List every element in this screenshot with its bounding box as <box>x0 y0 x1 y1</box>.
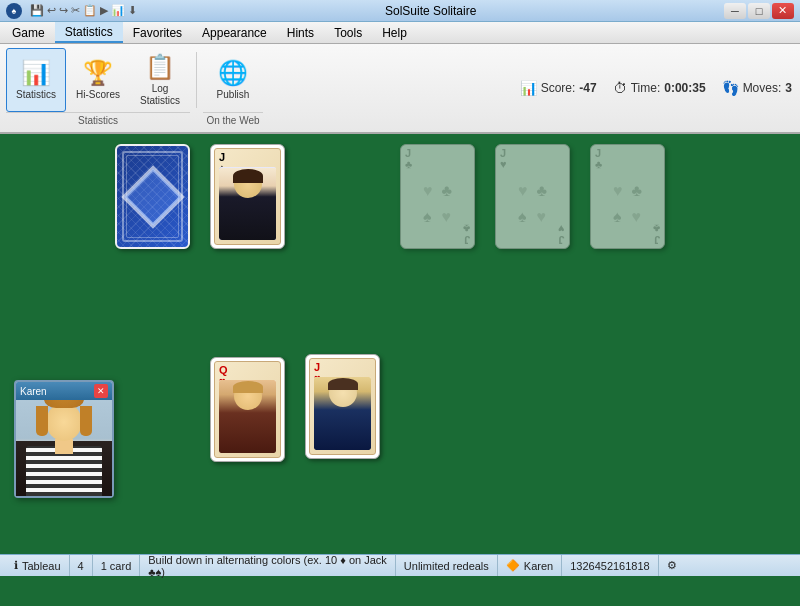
status-right-icon: ⚙ <box>667 559 677 572</box>
toolbar-btn-log-statistics[interactable]: 📋 Log Statistics <box>130 48 190 112</box>
avatar-title-bar: Karen ✕ <box>16 382 112 400</box>
menu-help[interactable]: Help <box>372 22 417 43</box>
status-number-value: 4 <box>78 560 84 572</box>
title-controls: ─ □ ✕ <box>724 3 794 19</box>
waste-card-q-hearts[interactable]: Q♥ Q♥ <box>210 357 285 462</box>
status-seed: 1326452161818 <box>562 555 659 576</box>
maximize-button[interactable]: □ <box>748 3 770 19</box>
moves-value: 3 <box>785 81 792 95</box>
toolbar-group-web: 🌐 Publish On the Web <box>203 48 263 128</box>
log-statistics-icon: 📋 <box>145 53 175 81</box>
moves-icon: 👣 <box>722 80 739 96</box>
hi-scores-label: Hi-Scores <box>76 89 120 101</box>
placeholder-3: J♣ J♣ ♥ ♣ ♠ ♥ <box>590 144 665 249</box>
score-value: -47 <box>579 81 596 95</box>
close-button[interactable]: ✕ <box>772 3 794 19</box>
status-card-count: 1 card <box>93 555 141 576</box>
hi-scores-icon: 🏆 <box>83 59 113 87</box>
avatar-window: Karen ✕ <box>14 380 114 498</box>
time-value: 0:00:35 <box>664 81 705 95</box>
col1-jack-hearts[interactable]: J♥ J♥ <box>305 354 380 459</box>
log-statistics-label: Log Statistics <box>140 83 180 107</box>
status-redeals-value: Unlimited redeals <box>404 560 489 572</box>
toolbar-btn-publish[interactable]: 🌐 Publish <box>203 48 263 112</box>
avatar-photo <box>16 400 112 496</box>
avatar-name: Karen <box>20 386 47 397</box>
time-label: Time: <box>631 81 661 95</box>
title-bar: ♠ 💾 ↩ ↪ ✂ 📋 ▶ 📊 ⬇ SolSuite Solitaire ─ □… <box>0 0 800 22</box>
status-player-icon: 🔶 <box>506 559 520 572</box>
status-mode-label: Tableau <box>22 560 61 572</box>
status-hint-text: Build down in alternating colors (ex. 10… <box>148 554 387 578</box>
toolbar-btn-hi-scores[interactable]: 🏆 Hi-Scores <box>68 48 128 112</box>
moves-label: Moves: <box>743 81 782 95</box>
avatar-close-button[interactable]: ✕ <box>94 384 108 398</box>
score-label: Score: <box>541 81 576 95</box>
menu-tools[interactable]: Tools <box>324 22 372 43</box>
title-text: SolSuite Solitaire <box>385 4 476 18</box>
menu-game[interactable]: Game <box>2 22 55 43</box>
toolbar-divider <box>196 52 197 108</box>
menu-appearance[interactable]: Appearance <box>192 22 277 43</box>
minimize-button[interactable]: ─ <box>724 3 746 19</box>
moves-status: 👣 Moves: 3 <box>722 80 792 96</box>
statistics-group-label: Statistics <box>6 112 190 126</box>
menu-favorites[interactable]: Favorites <box>123 22 192 43</box>
publish-label: Publish <box>217 89 250 101</box>
app-icon: ♠ <box>6 3 22 19</box>
status-info-icon: ℹ <box>14 559 18 572</box>
time-status: ⏱ Time: 0:00:35 <box>613 80 706 96</box>
web-group-label: On the Web <box>203 112 263 126</box>
game-area[interactable]: J♠ J♠ Q♥ Q♥ <box>0 134 800 554</box>
status-info-right: ⚙ <box>659 555 794 576</box>
menu-bar: Game Statistics Favorites Appearance Hin… <box>0 22 800 44</box>
toolbar-btn-statistics[interactable]: 📊 Statistics <box>6 48 66 112</box>
status-hint: Build down in alternating colors (ex. 10… <box>140 555 396 576</box>
status-card-count-value: 1 card <box>101 560 132 572</box>
score-status: 📊 Score: -47 <box>520 80 597 96</box>
status-player: 🔶 Karen <box>498 555 562 576</box>
toolbar-group-statistics: 📊 Statistics 🏆 Hi-Scores 📋 Log Statistic… <box>6 48 190 128</box>
menu-statistics[interactable]: Statistics <box>55 22 123 43</box>
menu-hints[interactable]: Hints <box>277 22 324 43</box>
score-icon: 📊 <box>520 80 537 96</box>
publish-icon: 🌐 <box>218 59 248 87</box>
waste-card-top[interactable]: J♠ J♠ <box>210 144 285 249</box>
status-redeals: Unlimited redeals <box>396 555 498 576</box>
toolbar-status: 📊 Score: -47 ⏱ Time: 0:00:35 👣 Moves: 3 <box>520 80 792 96</box>
toolbar: 📊 Statistics 🏆 Hi-Scores 📋 Log Statistic… <box>0 44 800 134</box>
status-number: 4 <box>70 555 93 576</box>
stock-card[interactable] <box>115 144 190 249</box>
placeholder-1: J♣ J♣ ♥ ♣ ♠ ♥ <box>400 144 475 249</box>
statistics-icon: 📊 <box>21 59 51 87</box>
status-mode: ℹ Tableau <box>6 555 70 576</box>
time-icon: ⏱ <box>613 80 627 96</box>
statistics-label: Statistics <box>16 89 56 101</box>
status-bar: ℹ Tableau 4 1 card Build down in alterna… <box>0 554 800 576</box>
status-seed-value: 1326452161818 <box>570 560 650 572</box>
status-player-name: Karen <box>524 560 553 572</box>
placeholder-2: J♥ J♥ ♥ ♣ ♠ ♥ <box>495 144 570 249</box>
